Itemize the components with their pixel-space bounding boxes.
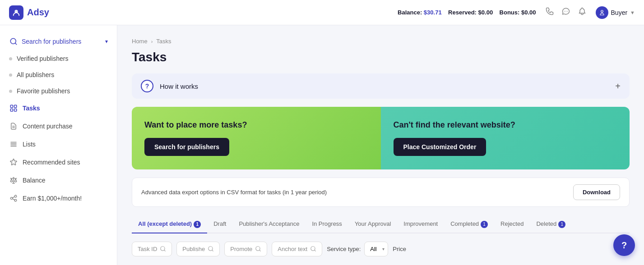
anchor-text-search-icon (310, 246, 316, 252)
top-navigation: Adsy Balance: $30.71 Reserved: $0.00 Bon… (0, 0, 644, 25)
tab-deleted[interactable]: Deleted1 (530, 216, 572, 233)
tab-your-approval[interactable]: Your Approval (348, 216, 397, 233)
verified-publishers-label: Verified publishers (17, 55, 68, 62)
brand-name: Adsy (27, 7, 49, 18)
svg-rect-2 (10, 105, 13, 107)
task-id-search-icon (160, 246, 166, 252)
balance-label: Balance: (398, 9, 422, 16)
sidebar-item-content-purchase[interactable]: Content purchase (0, 117, 117, 135)
tab-improvement[interactable]: Improvement (397, 216, 444, 233)
tasks-label: Tasks (23, 105, 40, 112)
promo-card-search: Want to place more tasks? Search for pub… (132, 107, 381, 169)
service-type-label: Service type: (327, 246, 361, 252)
user-menu[interactable]: Buyer ▼ (596, 6, 635, 19)
sidebar-item-recommended-sites[interactable]: Recommended sites (0, 153, 117, 171)
svg-rect-3 (14, 105, 17, 107)
task-id-filter[interactable]: Task ID (132, 242, 172, 256)
sidebar-item-all-publishers[interactable]: All publishers (0, 67, 117, 83)
tab-completed[interactable]: Completed1 (444, 216, 494, 233)
help-icon: ? (621, 240, 627, 251)
tasks-icon (9, 104, 18, 113)
sidebar-item-earn[interactable]: Earn $1,000+/month! (0, 189, 117, 207)
user-label: Buyer (611, 9, 628, 16)
how-it-works-left: ? How it works (141, 80, 198, 92)
service-type-select[interactable]: All (364, 242, 388, 256)
tab-badge: 1 (481, 221, 488, 228)
balance-icon (9, 176, 18, 185)
promo-card-customized: Can't find the relevant website? Place C… (381, 107, 630, 169)
favorite-publishers-label: Favorite publishers (17, 87, 70, 95)
sidebar-dot (9, 73, 12, 77)
logo-icon (9, 5, 23, 20)
publisher-label: Publishe (182, 246, 205, 252)
task-tabs: All (except deleted)1DraftPublisher's Ac… (132, 216, 630, 233)
phone-icon[interactable] (545, 7, 554, 18)
help-button[interactable]: ? (613, 234, 635, 256)
promo-card1-title: Want to place more tasks? (144, 120, 368, 130)
tab-all-except-deleted-[interactable]: All (except deleted)1 (132, 216, 207, 233)
content-purchase-icon (9, 122, 18, 131)
filters-row: Task ID Publishe Promote Anchor text Ser… (132, 242, 630, 256)
earn-icon (9, 194, 18, 203)
task-id-label: Task ID (138, 246, 157, 252)
tab-publisher-s-acceptance[interactable]: Publisher's Acceptance (232, 216, 306, 233)
price-label: Price (393, 246, 406, 252)
sidebar-item-search-publishers[interactable]: Search for publishers ▾ (0, 32, 117, 50)
reserved-label: Reserved: (448, 9, 477, 16)
sidebar-dot (9, 57, 12, 60)
tab-badge: 1 (558, 221, 565, 228)
bell-icon[interactable] (578, 7, 587, 18)
main-content: Home › Tasks Tasks ? How it works + Want… (117, 25, 644, 265)
recommended-sites-label: Recommended sites (23, 159, 80, 166)
publisher-search-icon (208, 246, 214, 252)
sidebar-item-balance[interactable]: Balance (0, 171, 117, 189)
breadcrumb-home[interactable]: Home (132, 38, 148, 45)
sidebar-item-verified-publishers[interactable]: Verified publishers (0, 50, 117, 67)
topnav-right: Balance: $30.71 Reserved: $0.00 Bonus: $… (398, 6, 635, 19)
chat-icon[interactable] (561, 7, 570, 18)
promote-search-icon (255, 246, 261, 252)
svg-rect-5 (14, 109, 17, 111)
sidebar-item-lists[interactable]: Lists (0, 135, 117, 153)
sidebar-item-tasks[interactable]: Tasks (0, 99, 117, 117)
promote-filter[interactable]: Promote (224, 242, 267, 256)
page-title: Tasks (132, 50, 630, 64)
promo-card2-title: Can't find the relevant website? (394, 120, 617, 130)
export-row: Advanced data export options in CSV form… (132, 178, 630, 207)
promote-label: Promote (230, 246, 252, 252)
place-customized-order-button[interactable]: Place Customized Order (394, 138, 486, 156)
lists-label: Lists (23, 141, 36, 148)
balance-value: $30.71 (424, 9, 442, 16)
tab-rejected[interactable]: Rejected (494, 216, 530, 233)
lists-icon (9, 140, 18, 149)
brand-logo[interactable]: Adsy (9, 5, 49, 20)
avatar (596, 6, 608, 19)
tab-badge: 1 (194, 221, 201, 228)
user-chevron-icon: ▼ (630, 10, 635, 15)
all-publishers-label: All publishers (17, 71, 54, 78)
download-button[interactable]: Download (573, 184, 620, 200)
how-badge: ? (141, 80, 153, 92)
tab-in-progress[interactable]: In Progress (306, 216, 348, 233)
balance-label: Balance (23, 177, 46, 184)
breadcrumb: Home › Tasks (132, 38, 630, 45)
how-it-works-section[interactable]: ? How it works + (132, 73, 630, 99)
search-publishers-button[interactable]: Search for publishers (144, 138, 229, 156)
export-text: Advanced data export options in CSV form… (141, 189, 327, 196)
breadcrumb-separator: › (151, 39, 153, 44)
promo-cards: Want to place more tasks? Search for pub… (132, 107, 630, 169)
how-it-works-title: How it works (160, 82, 198, 90)
tab-draft[interactable]: Draft (207, 216, 232, 233)
sidebar-dot (9, 90, 12, 93)
anchor-text-filter[interactable]: Anchor text (272, 242, 322, 256)
reserved-value: $0.00 (478, 9, 493, 16)
service-type-filter: Service type: All ▾ (327, 242, 388, 256)
anchor-text-label: Anchor text (278, 246, 307, 252)
nav-icons (545, 7, 587, 18)
sidebar-item-favorite-publishers[interactable]: Favorite publishers (0, 83, 117, 99)
recommended-sites-icon (9, 158, 18, 167)
publisher-filter[interactable]: Publishe (176, 242, 220, 256)
search-publishers-icon (9, 37, 18, 46)
balance-display: Balance: $30.71 Reserved: $0.00 Bonus: $… (398, 9, 536, 16)
svg-rect-4 (10, 109, 13, 111)
